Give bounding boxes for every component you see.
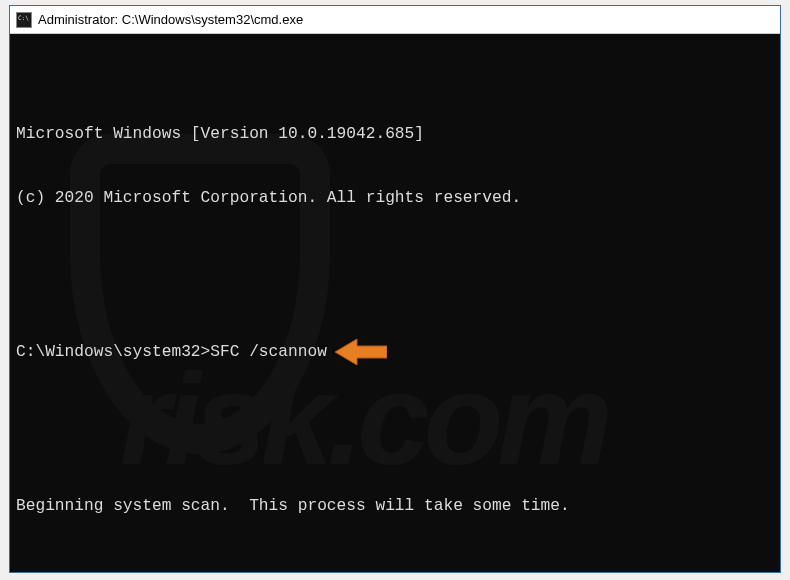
blank-line <box>16 431 774 452</box>
terminal-area[interactable]: risk.com Microsoft Windows [Version 10.0… <box>10 34 780 572</box>
version-line: Microsoft Windows [Version 10.0.19042.68… <box>16 124 774 145</box>
prompt-text: C:\Windows\system32> <box>16 342 210 363</box>
arrow-left-icon <box>335 337 387 367</box>
cmd-window: Administrator: C:\Windows\system32\cmd.e… <box>9 5 781 573</box>
title-bar[interactable]: Administrator: C:\Windows\system32\cmd.e… <box>10 6 780 34</box>
cmd-icon <box>16 12 32 28</box>
prompt-row-1: C:\Windows\system32>SFC /scannow <box>16 337 774 367</box>
output-line: Beginning system scan. This process will… <box>16 496 774 517</box>
blank-line <box>16 560 774 572</box>
blank-line <box>16 252 774 273</box>
svg-marker-0 <box>335 339 387 365</box>
window-title: Administrator: C:\Windows\system32\cmd.e… <box>38 12 303 27</box>
copyright-line: (c) 2020 Microsoft Corporation. All righ… <box>16 188 774 209</box>
command-text: SFC /scannow <box>210 342 327 363</box>
